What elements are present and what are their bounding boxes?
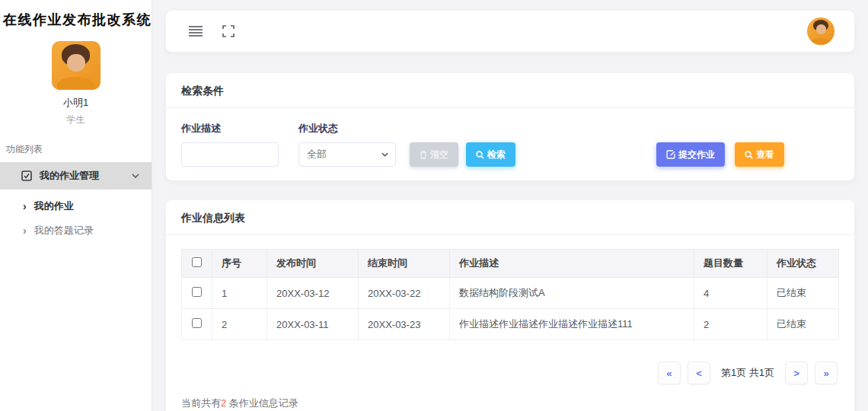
homework-status-field: 作业状态 全部	[298, 122, 396, 167]
table-cell: 2	[212, 309, 267, 340]
app-title: 在线作业发布批改系统	[0, 0, 152, 29]
sidebar-item-my-homework[interactable]: › 我的作业	[0, 194, 152, 218]
sidebar: 在线作业发布批改系统 小明1 学生 功能列表 我的作业管理 › 我的作业 › 我…	[0, 0, 152, 411]
column-header: 作业状态	[767, 250, 839, 278]
sidebar-section-label: 功能列表	[0, 143, 152, 156]
submenu-item-label: 我的作业	[34, 199, 74, 213]
select-all-checkbox[interactable]	[192, 257, 202, 267]
homework-list-panel: 作业信息列表 序号发布时间结束时间作业描述题目数量作业状态 120XX-03-1…	[166, 200, 854, 411]
pagination-prev-button[interactable]: <	[688, 362, 710, 384]
column-header: 结束时间	[359, 250, 450, 278]
search-icon	[745, 151, 753, 159]
fullscreen-icon	[222, 25, 235, 37]
sidebar-item-label: 我的作业管理	[40, 169, 124, 183]
user-name: 小明1	[0, 96, 152, 110]
homework-table: 序号发布时间结束时间作业描述题目数量作业状态 120XX-03-1220XX-0…	[181, 249, 839, 340]
main-content: 检索条件 作业描述 作业状态 全部 清空	[152, 0, 868, 411]
select-all-header-cell	[182, 250, 212, 278]
homework-status-select[interactable]: 全部	[298, 142, 396, 167]
search-icon	[476, 151, 484, 159]
column-header: 发布时间	[267, 250, 359, 278]
sidebar-item-homework-management[interactable]: 我的作业管理	[0, 162, 152, 190]
pagination-next-button[interactable]: >	[785, 362, 808, 384]
table-cell: 20XX-03-12	[267, 278, 359, 309]
user-avatar	[52, 41, 101, 90]
homework-status-selected-value: 全部	[307, 148, 327, 161]
table-cell: 已结束	[767, 309, 839, 340]
table-body: 120XX-03-1220XX-03-22数据结构阶段测试A4已结束220XX-…	[182, 278, 839, 340]
table-cell: 2	[694, 309, 767, 340]
chevron-down-icon	[132, 174, 139, 178]
row-checkbox[interactable]	[192, 318, 202, 328]
search-panel-header: 检索条件	[166, 73, 854, 108]
table-cell: 数据结构阶段测试A	[450, 278, 694, 309]
table-cell: 20XX-03-22	[359, 278, 450, 309]
user-role: 学生	[0, 113, 152, 126]
select-caret-icon	[381, 152, 388, 157]
homework-list-title: 作业信息列表	[181, 212, 245, 224]
pagination: « < 第1页 共1页 > »	[183, 362, 838, 384]
chevron-right-icon: ›	[23, 225, 27, 236]
fullscreen-button[interactable]	[219, 22, 238, 40]
user-profile: 小明1 学生	[0, 41, 152, 126]
pagination-last-button[interactable]: »	[815, 362, 838, 384]
sidebar-submenu: › 我的作业 › 我的答题记录	[0, 194, 152, 243]
homework-list-header: 作业信息列表	[166, 200, 854, 235]
pagination-first-button[interactable]: «	[658, 362, 681, 384]
table-row: 120XX-03-1220XX-03-22数据结构阶段测试A4已结束	[182, 278, 839, 309]
table-cell: 1	[212, 278, 267, 309]
column-header: 题目数量	[694, 250, 767, 278]
homework-description-field: 作业描述	[181, 122, 279, 167]
table-header-row: 序号发布时间结束时间作业描述题目数量作业状态	[182, 250, 839, 278]
table-row: 220XX-03-1120XX-03-23作业描述作业描述作业描述作业描述111…	[182, 309, 839, 340]
submenu-item-label: 我的答题记录	[34, 224, 94, 237]
topbar	[166, 11, 854, 52]
table-cell: 20XX-03-23	[359, 309, 450, 340]
topbar-user-avatar[interactable]	[807, 18, 834, 45]
table-cell: 4	[694, 278, 767, 309]
clear-button[interactable]: 清空	[410, 142, 458, 167]
column-header: 序号	[212, 250, 267, 278]
homework-description-label: 作业描述	[181, 122, 279, 135]
homework-status-label: 作业状态	[298, 122, 396, 135]
sidebar-toggle-button[interactable]	[186, 23, 206, 40]
submit-homework-button[interactable]: 提交作业	[656, 142, 725, 167]
search-panel-title: 检索条件	[181, 84, 224, 97]
view-button[interactable]: 查看	[735, 142, 784, 167]
table-cell: 20XX-03-11	[267, 309, 359, 340]
column-header: 作业描述	[450, 250, 694, 278]
pagination-info: 第1页 共1页	[721, 366, 774, 380]
checkbox-menu-icon	[21, 170, 32, 181]
edit-icon	[666, 150, 675, 159]
chevron-right-icon: ›	[23, 201, 27, 212]
search-panel: 检索条件 作业描述 作业状态 全部 清空	[166, 73, 854, 180]
search-button[interactable]: 检索	[466, 142, 515, 167]
trash-icon	[420, 151, 427, 159]
record-count-summary: 当前共有2 条作业信息记录	[181, 397, 839, 410]
table-cell: 作业描述作业描述作业描述作业描述111	[450, 309, 694, 340]
homework-description-input[interactable]	[181, 142, 279, 167]
hamburger-menu-icon	[189, 26, 203, 37]
table-cell: 已结束	[767, 278, 839, 309]
sidebar-item-my-answer-records[interactable]: › 我的答题记录	[0, 218, 152, 243]
row-checkbox[interactable]	[192, 287, 202, 297]
